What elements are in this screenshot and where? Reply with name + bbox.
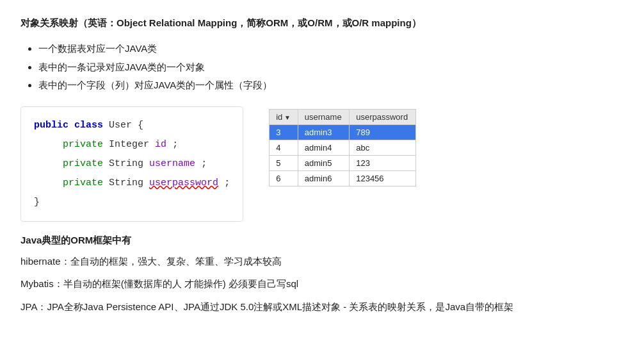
paragraph-2: Mybatis：半自动的框架(懂数据库的人 才能操作) 必须要自己写sql xyxy=(20,276,624,292)
code-and-table: public class User { private Integer id ;… xyxy=(20,106,624,222)
col-header-userpassword: userpassword xyxy=(350,109,416,124)
code-line-5: } xyxy=(34,193,230,212)
keyword-private-2: private xyxy=(63,158,103,169)
cell-username: admin6 xyxy=(298,170,349,186)
table-row[interactable]: 4admin4abc xyxy=(270,140,416,155)
keyword-private-1: private xyxy=(63,139,103,150)
code-block: public class User { private Integer id ;… xyxy=(20,106,243,222)
bullet-item-3: 表中的一个字段（列）对应JAVA类的一个属性（字段） xyxy=(38,76,624,95)
code-line-2: private Integer id ; xyxy=(34,135,230,154)
cell-id: 4 xyxy=(270,140,298,155)
section2-title: Java典型的ORM框架中有 xyxy=(20,235,624,247)
field-username: username xyxy=(149,158,195,169)
cell-userpassword: 123456 xyxy=(350,170,416,186)
bullet-item-1: 一个数据表对应一个JAVA类 xyxy=(38,40,624,58)
cell-id: 6 xyxy=(270,170,298,186)
bullet-list: 一个数据表对应一个JAVA类 表中的一条记录对应JAVA类的一个对象 表中的一个… xyxy=(38,40,624,95)
semicolon-1: ; xyxy=(172,139,178,150)
cell-id: 3 xyxy=(270,124,298,140)
type-integer: Integer xyxy=(109,139,149,150)
type-string-2: String xyxy=(109,178,143,188)
table-row[interactable]: 3admin3789 xyxy=(270,124,416,140)
code-class-name: User { xyxy=(109,120,143,131)
code-line-4: private String userpassword ; xyxy=(34,174,230,193)
cell-userpassword: 123 xyxy=(350,155,416,170)
cell-userpassword: 789 xyxy=(350,124,416,140)
col-header-id[interactable]: id xyxy=(270,109,298,124)
field-userpassword: userpassword xyxy=(149,178,218,188)
table-row[interactable]: 5admin5123 xyxy=(270,155,416,170)
semicolon-2: ; xyxy=(201,158,207,169)
page-title: 对象关系映射（英语：Object Relational Mapping，简称OR… xyxy=(20,15,624,31)
code-line-3: private String username ; xyxy=(34,154,230,174)
keyword-private-3: private xyxy=(63,178,103,188)
keyword-public: public xyxy=(34,120,68,131)
col-header-username: username xyxy=(298,109,349,124)
field-id: id xyxy=(155,139,166,150)
paragraph-3: JPA：JPA全称Java Persistence API、JPA通过JDK 5… xyxy=(20,299,624,315)
semicolon-3: ; xyxy=(224,178,230,188)
code-close-brace: } xyxy=(34,197,40,208)
cell-id: 5 xyxy=(270,155,298,170)
database-table: id username userpassword 3admin37894admi… xyxy=(269,109,416,186)
bullet-item-2: 表中的一条记录对应JAVA类的一个对象 xyxy=(38,58,624,77)
cell-username: admin4 xyxy=(298,140,349,155)
type-string-1: String xyxy=(109,158,143,169)
code-line-1: public class User { xyxy=(34,116,230,135)
cell-username: admin5 xyxy=(298,155,349,170)
cell-username: admin3 xyxy=(298,124,349,140)
paragraph-1: hibernate：全自动的框架，强大、复杂、笨重、学习成本较高 xyxy=(20,253,624,270)
keyword-class: class xyxy=(74,120,103,131)
table-row[interactable]: 6admin6123456 xyxy=(270,170,416,186)
cell-userpassword: abc xyxy=(350,140,416,155)
